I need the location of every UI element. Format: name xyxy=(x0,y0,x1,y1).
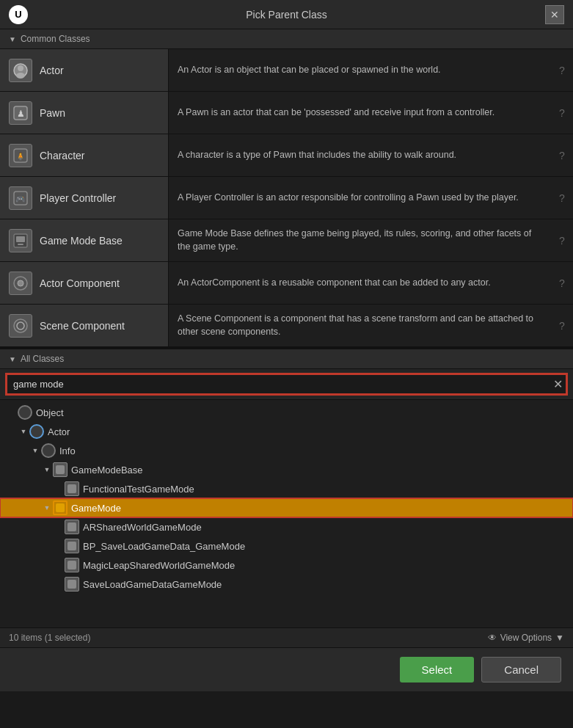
tree-arrow-actor: ▼ xyxy=(18,428,29,435)
class-row-pawn: ♟ Pawn A Pawn is an actor that can be 'p… xyxy=(0,92,573,134)
actor-label: Actor xyxy=(40,65,64,76)
tree-item-info[interactable]: ▼ Info xyxy=(0,441,573,460)
actor-component-icon xyxy=(9,272,32,295)
scene-component-label: Scene Component xyxy=(40,320,125,332)
actor-component-desc: An ActorComponent is a reusable componen… xyxy=(169,262,551,304)
game-mode-base-button[interactable]: Game Mode Base xyxy=(0,219,169,261)
all-classes-arrow: ▼ xyxy=(9,355,16,363)
common-classes-label: Common Classes xyxy=(21,34,90,44)
pawn-icon: ♟ xyxy=(9,101,32,125)
tree-item-object[interactable]: Object xyxy=(0,403,573,422)
class-row-character: 🧍 Character A character is a type of Paw… xyxy=(0,134,573,177)
pawn-label: Pawn xyxy=(40,107,65,119)
tree-item-actor[interactable]: ▼ Actor xyxy=(0,422,573,441)
class-row-game-mode-base: Game Mode Base Game Mode Base defines th… xyxy=(0,219,573,262)
tree-item-gamemodebase[interactable]: ▼ GameModeBase xyxy=(0,460,573,479)
common-classes-list: Actor An Actor is an object that can be … xyxy=(0,49,573,347)
tree-label-info: Info xyxy=(59,445,76,456)
all-classes-label: All Classes xyxy=(21,354,64,364)
character-icon: 🧍 xyxy=(9,144,32,167)
pawn-desc: A Pawn is an actor that can be 'possesse… xyxy=(169,92,551,134)
tree-item-gamemode[interactable]: ▼ GameMode xyxy=(0,498,573,517)
actor-component-help-icon[interactable]: ? xyxy=(551,262,573,304)
game-mode-base-icon xyxy=(9,229,32,252)
player-controller-help-icon[interactable]: ? xyxy=(551,177,573,219)
tree-arrow-info: ▼ xyxy=(29,447,41,454)
status-count: 10 items (1 selected) xyxy=(9,633,90,643)
tree-icon-gamemode xyxy=(53,500,67,515)
svg-text:🎮: 🎮 xyxy=(15,194,26,204)
scene-component-button[interactable]: Scene Component xyxy=(0,305,169,346)
tree-arrow-gamemode: ▼ xyxy=(41,504,53,512)
svg-rect-21 xyxy=(67,561,76,569)
class-row-actor: Actor An Actor is an object that can be … xyxy=(0,49,573,92)
tree-icon-object xyxy=(18,405,32,420)
game-mode-base-help-icon[interactable]: ? xyxy=(551,219,573,261)
tree-container[interactable]: Object ▼ Actor ▼ Info ▼ GameModeBase xyxy=(0,400,573,627)
svg-rect-11 xyxy=(18,244,23,245)
tree-label-functionaltestgamemode: FunctionalTestGameMode xyxy=(83,484,194,495)
tree-item-saveloadgamedata[interactable]: SaveLoadGameDataGameMode xyxy=(0,575,573,594)
svg-rect-22 xyxy=(67,580,76,589)
svg-rect-19 xyxy=(67,523,76,531)
svg-rect-17 xyxy=(67,484,76,493)
character-help-icon[interactable]: ? xyxy=(551,134,573,176)
svg-text:🧍: 🧍 xyxy=(15,151,26,161)
search-bar: ✕ xyxy=(0,369,573,400)
scene-component-icon xyxy=(9,314,32,338)
tree-item-functionaltestgamemode[interactable]: FunctionalTestGameMode xyxy=(0,479,573,498)
scene-component-help-icon[interactable]: ? xyxy=(551,305,573,346)
search-clear-button[interactable]: ✕ xyxy=(553,379,563,390)
character-button[interactable]: 🧍 Character xyxy=(0,134,169,176)
tree-icon-actor xyxy=(29,424,44,439)
view-options-label: View Options xyxy=(500,633,552,643)
tree-item-magicleap[interactable]: MagicLeapSharedWorldGameMode xyxy=(0,556,573,575)
player-controller-button[interactable]: 🎮 Player Controller xyxy=(0,177,169,219)
scene-component-desc: A Scene Component is a component that ha… xyxy=(169,305,551,346)
svg-point-2 xyxy=(16,73,25,79)
tree-label-actor: Actor xyxy=(48,426,70,437)
pawn-help-icon[interactable]: ? xyxy=(551,92,573,134)
view-options-arrow: ▼ xyxy=(555,633,564,643)
actor-icon xyxy=(9,59,32,82)
tree-label-saveloadgamedata: SaveLoadGameDataGameMode xyxy=(83,579,222,590)
game-mode-base-label: Game Mode Base xyxy=(40,235,123,247)
svg-rect-18 xyxy=(56,503,65,512)
ue-logo: U xyxy=(9,5,28,24)
eye-icon: 👁 xyxy=(488,633,497,643)
tree-label-gamemodebase: GameModeBase xyxy=(71,465,143,476)
tree-icon-gamemodebase xyxy=(53,462,67,477)
tree-label-magicleap: MagicLeapSharedWorldGameMode xyxy=(83,560,235,571)
class-row-player-controller: 🎮 Player Controller A Player Controller … xyxy=(0,177,573,219)
svg-point-14 xyxy=(14,319,27,332)
tree-icon-info xyxy=(41,443,56,458)
search-input[interactable] xyxy=(6,374,567,395)
player-controller-icon: 🎮 xyxy=(9,186,32,210)
actor-desc: An Actor is an object that can be placed… xyxy=(169,49,551,91)
close-button[interactable]: ✕ xyxy=(545,5,564,24)
player-controller-label: Player Controller xyxy=(40,192,116,204)
common-classes-header: ▼ Common Classes xyxy=(0,29,573,49)
title-bar-left: U xyxy=(9,5,28,24)
view-options-button[interactable]: 👁 View Options ▼ xyxy=(488,633,564,643)
pawn-button[interactable]: ♟ Pawn xyxy=(0,92,169,134)
tree-icon-arsharedworld xyxy=(65,520,79,534)
svg-point-1 xyxy=(18,65,23,71)
actor-button[interactable]: Actor xyxy=(0,49,169,91)
all-classes-header: ▼ All Classes xyxy=(0,349,573,369)
tree-icon-saveloadgamedata xyxy=(65,577,79,592)
status-bar: 10 items (1 selected) 👁 View Options ▼ xyxy=(0,627,573,647)
tree-label-arsharedworld: ARSharedWorldGameMode xyxy=(83,522,202,533)
game-mode-base-desc: Game Mode Base defines the game being pl… xyxy=(169,219,551,261)
actor-component-button[interactable]: Actor Component xyxy=(0,262,169,304)
svg-rect-16 xyxy=(56,465,65,474)
cancel-button[interactable]: Cancel xyxy=(481,657,561,682)
collapse-arrow: ▼ xyxy=(9,35,16,43)
tree-icon-functionaltestgamemode xyxy=(65,481,79,496)
tree-arrow-gamemodebase: ▼ xyxy=(41,466,53,473)
tree-item-arsharedworld[interactable]: ARSharedWorldGameMode xyxy=(0,517,573,536)
tree-item-bpsaveload[interactable]: BP_SaveLoadGameData_GameMode xyxy=(0,536,573,556)
actor-help-icon[interactable]: ? xyxy=(551,49,573,91)
select-button[interactable]: Select xyxy=(400,657,475,682)
tree-label-bpsaveload: BP_SaveLoadGameData_GameMode xyxy=(83,541,245,552)
